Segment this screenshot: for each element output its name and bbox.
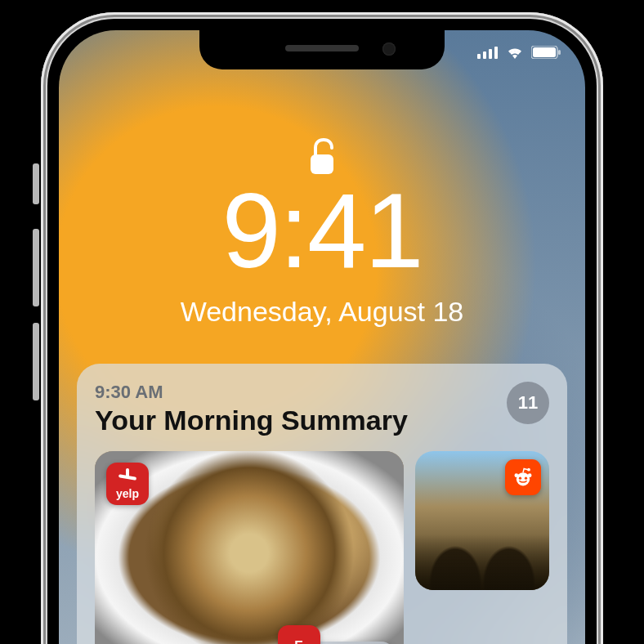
svg-point-10 [525, 477, 527, 480]
status-bar [477, 45, 561, 60]
phone-silent-switch [33, 163, 39, 204]
summary-item-reddit[interactable] [415, 451, 549, 590]
summary-header: 9:30 AM Your Morning Summary 11 [95, 382, 549, 436]
svg-point-11 [515, 473, 519, 477]
summary-timestamp: 9:30 AM [95, 382, 507, 403]
battery-icon [531, 46, 561, 59]
svg-point-8 [517, 472, 530, 485]
summary-item-yelp[interactable]: yelp [95, 451, 404, 644]
svg-rect-2 [489, 49, 492, 59]
phone-frame: 9:41 Wednesday, August 18 9:30 AM Your M… [41, 12, 603, 644]
summary-title: Your Morning Summary [95, 405, 507, 436]
yelp-app-label: yelp [116, 487, 139, 500]
wifi-icon [505, 45, 525, 60]
phone-volume-down [33, 323, 39, 400]
svg-point-12 [528, 473, 532, 477]
summary-content: yelp [95, 451, 549, 644]
svg-rect-1 [483, 51, 486, 59]
yelp-app-icon: yelp [106, 463, 149, 505]
phone-inner-bezel: 9:41 Wednesday, August 18 9:30 AM Your M… [47, 19, 597, 644]
espn-app-icon: E [278, 625, 320, 644]
phone-volume-up [33, 229, 39, 306]
espn-app-label: E [294, 639, 304, 644]
notch [199, 30, 445, 69]
svg-point-9 [519, 477, 521, 480]
svg-rect-0 [477, 54, 481, 59]
summary-count-badge[interactable]: 11 [507, 382, 549, 424]
notification-summary-card[interactable]: 9:30 AM Your Morning Summary 11 yelp [77, 364, 567, 644]
front-camera [382, 42, 396, 56]
lock-screen-date: Wednesday, August 18 [59, 296, 585, 328]
svg-rect-3 [494, 47, 498, 59]
reddit-app-icon [505, 459, 541, 495]
cellular-signal-icon [477, 46, 499, 59]
lock-screen[interactable]: 9:41 Wednesday, August 18 9:30 AM Your M… [59, 30, 585, 644]
speaker-grill [285, 45, 359, 51]
lock-screen-time: 9:41 [59, 169, 585, 292]
svg-rect-6 [558, 50, 561, 55]
svg-rect-5 [533, 47, 556, 57]
